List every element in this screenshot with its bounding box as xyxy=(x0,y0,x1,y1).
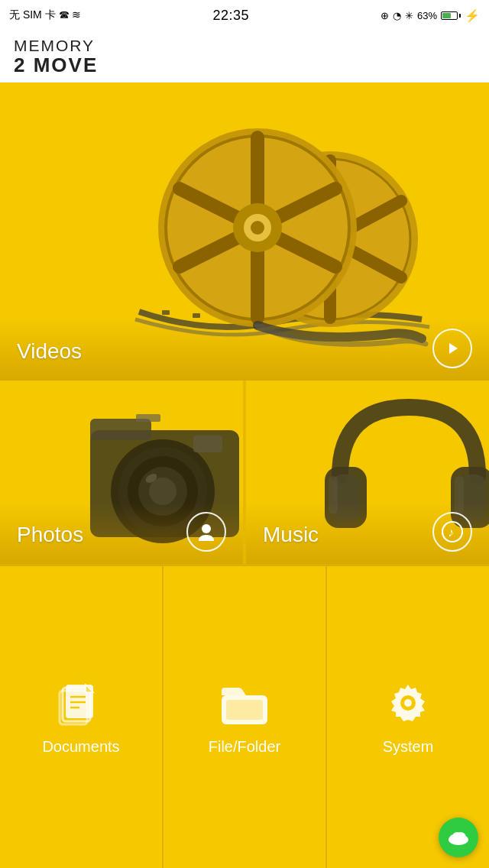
svg-point-28 xyxy=(251,221,264,235)
svg-rect-1 xyxy=(193,313,200,318)
charging-icon: ⚡ xyxy=(465,8,480,23)
svg-point-62 xyxy=(452,832,461,841)
film-reel-svg xyxy=(116,98,437,358)
filefolder-tile[interactable]: File/Folder xyxy=(164,566,327,868)
system-gear-icon xyxy=(384,679,432,727)
person-icon-svg xyxy=(196,521,217,542)
filefolder-label: File/Folder xyxy=(209,738,280,756)
videos-tile[interactable]: Videos xyxy=(0,83,489,381)
svg-point-36 xyxy=(149,478,176,505)
alarm-icon: ◔ xyxy=(393,10,401,21)
folder-icon xyxy=(219,679,270,727)
svg-rect-39 xyxy=(136,414,160,422)
lock-icon: ⊕ xyxy=(381,10,389,21)
photos-icon[interactable] xyxy=(186,512,226,552)
logo-line2: 2 MOVE xyxy=(14,54,98,76)
videos-play-icon[interactable] xyxy=(432,329,472,368)
logo-line1: MEMORY xyxy=(14,37,98,54)
status-left: 无 SIM 卡 ☎ ≋ xyxy=(9,8,81,22)
svg-rect-38 xyxy=(193,436,222,452)
battery-percent: 63% xyxy=(417,10,437,21)
svg-rect-0 xyxy=(162,310,170,315)
battery-icon xyxy=(441,11,461,20)
svg-marker-29 xyxy=(449,343,458,354)
svg-rect-31 xyxy=(90,419,151,440)
cloud-icon xyxy=(447,829,470,846)
photos-label: Photos xyxy=(17,523,83,547)
music-tile[interactable]: Music ♪ xyxy=(244,381,489,564)
music-note-icon-svg: ♪ xyxy=(441,520,464,543)
documents-icon xyxy=(57,679,105,727)
app-header: MEMORY 2 MOVE xyxy=(0,31,489,83)
svg-text:♪: ♪ xyxy=(448,526,454,539)
carrier-text: 无 SIM 卡 ☎ ≋ xyxy=(9,8,81,22)
music-label: Music xyxy=(263,523,319,547)
svg-point-58 xyxy=(404,699,412,707)
cloud-button[interactable] xyxy=(439,818,478,857)
documents-label: Documents xyxy=(42,738,119,756)
svg-rect-56 xyxy=(226,700,263,720)
app-logo: MEMORY 2 MOVE xyxy=(14,37,98,76)
middle-row: Photos xyxy=(0,381,489,564)
documents-tile[interactable]: Documents xyxy=(0,566,164,868)
svg-point-40 xyxy=(202,524,211,533)
photos-tile[interactable]: Photos xyxy=(0,381,244,564)
status-bar: 无 SIM 卡 ☎ ≋ 22:35 ⊕ ◔ ✳ 63% ⚡ xyxy=(0,0,489,31)
play-icon-svg xyxy=(443,339,461,358)
status-right: ⊕ ◔ ✳ 63% ⚡ xyxy=(381,8,480,23)
bluetooth-icon: ✳ xyxy=(405,10,413,21)
videos-label: Videos xyxy=(17,339,82,364)
music-icon[interactable]: ♪ xyxy=(432,512,472,552)
bottom-row: Documents File/Folder System xyxy=(0,564,489,868)
main-grid: Videos xyxy=(0,83,489,868)
system-label: System xyxy=(383,738,434,756)
status-time: 22:35 xyxy=(212,8,249,24)
